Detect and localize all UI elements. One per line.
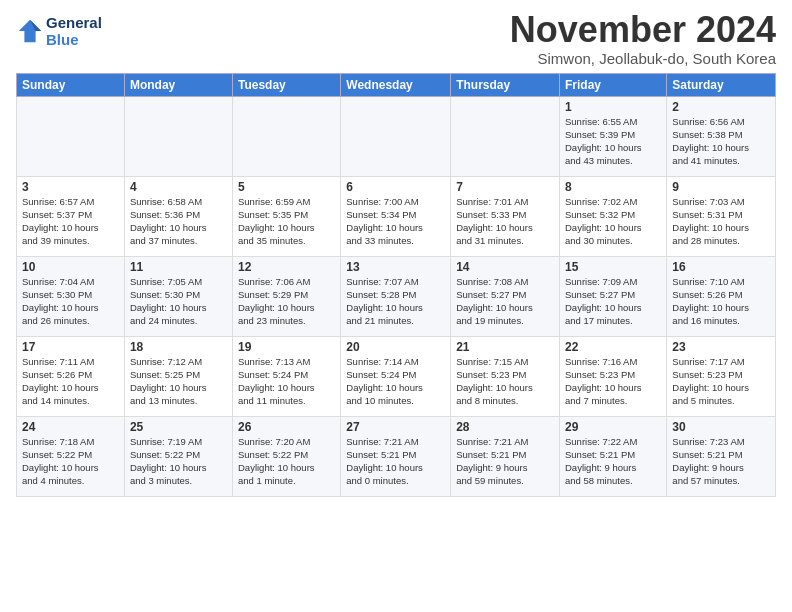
day-info: Sunrise: 7:04 AM Sunset: 5:30 PM Dayligh… [22, 275, 119, 328]
table-row: 20Sunrise: 7:14 AM Sunset: 5:24 PM Dayli… [341, 336, 451, 416]
table-row: 13Sunrise: 7:07 AM Sunset: 5:28 PM Dayli… [341, 256, 451, 336]
col-tuesday: Tuesday [232, 73, 340, 96]
day-info: Sunrise: 7:15 AM Sunset: 5:23 PM Dayligh… [456, 355, 554, 408]
table-row: 10Sunrise: 7:04 AM Sunset: 5:30 PM Dayli… [17, 256, 125, 336]
day-info: Sunrise: 6:56 AM Sunset: 5:38 PM Dayligh… [672, 115, 770, 168]
col-friday: Friday [560, 73, 667, 96]
table-row: 18Sunrise: 7:12 AM Sunset: 5:25 PM Dayli… [124, 336, 232, 416]
day-number: 18 [130, 340, 227, 354]
logo: General Blue [16, 14, 102, 48]
table-row: 15Sunrise: 7:09 AM Sunset: 5:27 PM Dayli… [560, 256, 667, 336]
logo-icon [16, 17, 44, 45]
table-row: 23Sunrise: 7:17 AM Sunset: 5:23 PM Dayli… [667, 336, 776, 416]
day-number: 30 [672, 420, 770, 434]
day-number: 25 [130, 420, 227, 434]
calendar-week-row: 1Sunrise: 6:55 AM Sunset: 5:39 PM Daylig… [17, 96, 776, 176]
table-row [341, 96, 451, 176]
table-row: 22Sunrise: 7:16 AM Sunset: 5:23 PM Dayli… [560, 336, 667, 416]
table-row: 17Sunrise: 7:11 AM Sunset: 5:26 PM Dayli… [17, 336, 125, 416]
calendar-week-row: 10Sunrise: 7:04 AM Sunset: 5:30 PM Dayli… [17, 256, 776, 336]
day-info: Sunrise: 6:59 AM Sunset: 5:35 PM Dayligh… [238, 195, 335, 248]
table-row: 27Sunrise: 7:21 AM Sunset: 5:21 PM Dayli… [341, 416, 451, 496]
day-number: 1 [565, 100, 661, 114]
day-number: 17 [22, 340, 119, 354]
table-row: 11Sunrise: 7:05 AM Sunset: 5:30 PM Dayli… [124, 256, 232, 336]
table-row: 9Sunrise: 7:03 AM Sunset: 5:31 PM Daylig… [667, 176, 776, 256]
day-number: 20 [346, 340, 445, 354]
table-row: 14Sunrise: 7:08 AM Sunset: 5:27 PM Dayli… [451, 256, 560, 336]
day-info: Sunrise: 7:22 AM Sunset: 5:21 PM Dayligh… [565, 435, 661, 488]
day-info: Sunrise: 7:14 AM Sunset: 5:24 PM Dayligh… [346, 355, 445, 408]
table-row: 3Sunrise: 6:57 AM Sunset: 5:37 PM Daylig… [17, 176, 125, 256]
col-saturday: Saturday [667, 73, 776, 96]
table-row: 7Sunrise: 7:01 AM Sunset: 5:33 PM Daylig… [451, 176, 560, 256]
day-number: 7 [456, 180, 554, 194]
day-number: 19 [238, 340, 335, 354]
day-number: 15 [565, 260, 661, 274]
day-number: 6 [346, 180, 445, 194]
title-block: November 2024 Simwon, Jeollabuk-do, Sout… [510, 10, 776, 67]
header: General Blue November 2024 Simwon, Jeoll… [16, 10, 776, 67]
day-info: Sunrise: 7:11 AM Sunset: 5:26 PM Dayligh… [22, 355, 119, 408]
day-info: Sunrise: 7:17 AM Sunset: 5:23 PM Dayligh… [672, 355, 770, 408]
table-row [17, 96, 125, 176]
day-info: Sunrise: 7:21 AM Sunset: 5:21 PM Dayligh… [456, 435, 554, 488]
table-row: 28Sunrise: 7:21 AM Sunset: 5:21 PM Dayli… [451, 416, 560, 496]
day-info: Sunrise: 7:23 AM Sunset: 5:21 PM Dayligh… [672, 435, 770, 488]
day-number: 14 [456, 260, 554, 274]
col-sunday: Sunday [17, 73, 125, 96]
table-row: 24Sunrise: 7:18 AM Sunset: 5:22 PM Dayli… [17, 416, 125, 496]
day-number: 22 [565, 340, 661, 354]
day-number: 16 [672, 260, 770, 274]
day-number: 5 [238, 180, 335, 194]
day-info: Sunrise: 7:02 AM Sunset: 5:32 PM Dayligh… [565, 195, 661, 248]
calendar-week-row: 17Sunrise: 7:11 AM Sunset: 5:26 PM Dayli… [17, 336, 776, 416]
day-number: 2 [672, 100, 770, 114]
day-info: Sunrise: 7:16 AM Sunset: 5:23 PM Dayligh… [565, 355, 661, 408]
day-number: 12 [238, 260, 335, 274]
location: Simwon, Jeollabuk-do, South Korea [510, 50, 776, 67]
col-wednesday: Wednesday [341, 73, 451, 96]
table-row: 30Sunrise: 7:23 AM Sunset: 5:21 PM Dayli… [667, 416, 776, 496]
day-number: 29 [565, 420, 661, 434]
day-info: Sunrise: 7:06 AM Sunset: 5:29 PM Dayligh… [238, 275, 335, 328]
calendar-week-row: 24Sunrise: 7:18 AM Sunset: 5:22 PM Dayli… [17, 416, 776, 496]
day-info: Sunrise: 7:08 AM Sunset: 5:27 PM Dayligh… [456, 275, 554, 328]
day-info: Sunrise: 7:00 AM Sunset: 5:34 PM Dayligh… [346, 195, 445, 248]
day-info: Sunrise: 7:05 AM Sunset: 5:30 PM Dayligh… [130, 275, 227, 328]
day-info: Sunrise: 7:20 AM Sunset: 5:22 PM Dayligh… [238, 435, 335, 488]
table-row: 25Sunrise: 7:19 AM Sunset: 5:22 PM Dayli… [124, 416, 232, 496]
day-info: Sunrise: 7:18 AM Sunset: 5:22 PM Dayligh… [22, 435, 119, 488]
table-row: 5Sunrise: 6:59 AM Sunset: 5:35 PM Daylig… [232, 176, 340, 256]
table-row: 1Sunrise: 6:55 AM Sunset: 5:39 PM Daylig… [560, 96, 667, 176]
day-info: Sunrise: 7:09 AM Sunset: 5:27 PM Dayligh… [565, 275, 661, 328]
day-info: Sunrise: 7:10 AM Sunset: 5:26 PM Dayligh… [672, 275, 770, 328]
day-info: Sunrise: 6:57 AM Sunset: 5:37 PM Dayligh… [22, 195, 119, 248]
day-number: 11 [130, 260, 227, 274]
month-title: November 2024 [510, 10, 776, 50]
col-thursday: Thursday [451, 73, 560, 96]
day-number: 4 [130, 180, 227, 194]
table-row: 6Sunrise: 7:00 AM Sunset: 5:34 PM Daylig… [341, 176, 451, 256]
table-row [124, 96, 232, 176]
table-row: 8Sunrise: 7:02 AM Sunset: 5:32 PM Daylig… [560, 176, 667, 256]
day-info: Sunrise: 7:12 AM Sunset: 5:25 PM Dayligh… [130, 355, 227, 408]
table-row: 21Sunrise: 7:15 AM Sunset: 5:23 PM Dayli… [451, 336, 560, 416]
day-number: 21 [456, 340, 554, 354]
day-info: Sunrise: 6:55 AM Sunset: 5:39 PM Dayligh… [565, 115, 661, 168]
day-info: Sunrise: 7:01 AM Sunset: 5:33 PM Dayligh… [456, 195, 554, 248]
day-number: 24 [22, 420, 119, 434]
day-info: Sunrise: 7:13 AM Sunset: 5:24 PM Dayligh… [238, 355, 335, 408]
day-number: 23 [672, 340, 770, 354]
day-info: Sunrise: 7:19 AM Sunset: 5:22 PM Dayligh… [130, 435, 227, 488]
day-info: Sunrise: 7:21 AM Sunset: 5:21 PM Dayligh… [346, 435, 445, 488]
col-monday: Monday [124, 73, 232, 96]
page-container: General Blue November 2024 Simwon, Jeoll… [0, 0, 792, 503]
day-number: 27 [346, 420, 445, 434]
day-info: Sunrise: 7:03 AM Sunset: 5:31 PM Dayligh… [672, 195, 770, 248]
table-row: 19Sunrise: 7:13 AM Sunset: 5:24 PM Dayli… [232, 336, 340, 416]
calendar-header-row: Sunday Monday Tuesday Wednesday Thursday… [17, 73, 776, 96]
table-row: 26Sunrise: 7:20 AM Sunset: 5:22 PM Dayli… [232, 416, 340, 496]
day-number: 10 [22, 260, 119, 274]
day-number: 28 [456, 420, 554, 434]
